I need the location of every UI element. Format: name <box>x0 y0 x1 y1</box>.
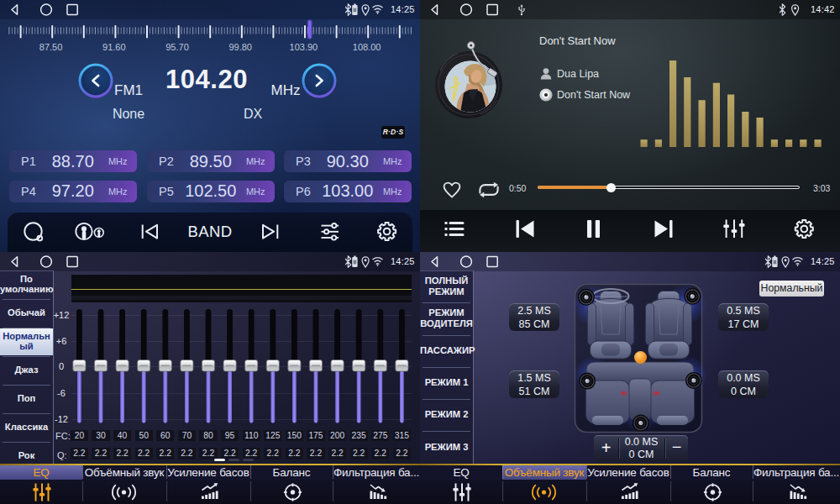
svg-text:91.60: 91.60 <box>102 42 126 52</box>
svg-text:99.80: 99.80 <box>228 42 252 52</box>
svg-text:95.70: 95.70 <box>165 42 189 52</box>
svg-text:BAND: BAND <box>188 223 233 240</box>
svg-text:108.00: 108.00 <box>353 42 381 52</box>
svg-text:103.90: 103.90 <box>290 42 318 52</box>
svg-text:87.50: 87.50 <box>39 42 63 52</box>
